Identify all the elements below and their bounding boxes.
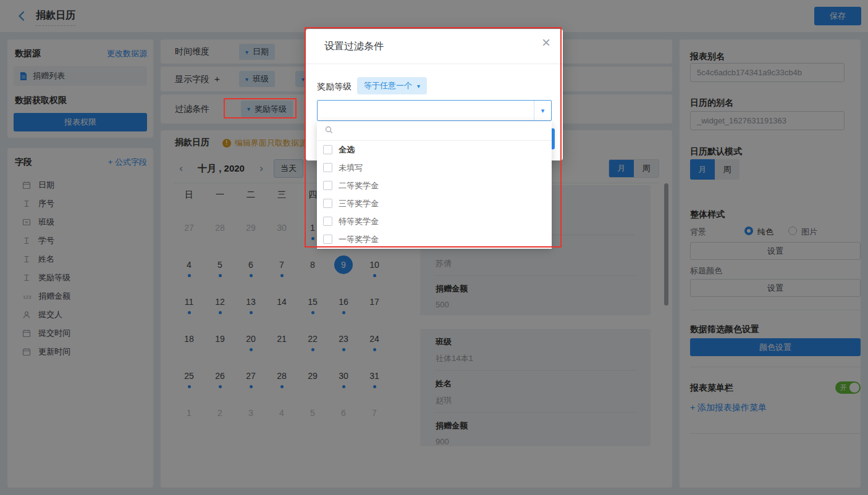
- filter-option-全选[interactable]: 全选: [317, 141, 552, 159]
- option-label: 未填写: [339, 162, 363, 173]
- modal-field-label: 奖励等级: [317, 81, 352, 93]
- checkbox-icon[interactable]: [323, 181, 332, 190]
- checkbox-icon[interactable]: [323, 163, 332, 172]
- operator-value: 等于任意一个: [364, 80, 412, 91]
- filter-option-未填写[interactable]: 未填写: [317, 159, 552, 177]
- modal-title: 设置过滤条件: [324, 40, 384, 53]
- filter-value-select[interactable]: ▾: [317, 100, 552, 121]
- checkbox-icon[interactable]: [323, 235, 332, 244]
- operator-dropdown[interactable]: 等于任意一个▾: [357, 77, 427, 94]
- divider: [306, 64, 563, 64]
- checkbox-icon[interactable]: [323, 145, 332, 154]
- filter-option-特等奖学金[interactable]: 特等奖学金: [317, 212, 552, 230]
- close-icon[interactable]: ×: [542, 35, 550, 50]
- option-label: 特等奖学金: [339, 216, 379, 227]
- filter-options-dropdown: 全选未填写二等奖学金三等奖学金特等奖学金一等奖学金: [317, 122, 552, 249]
- option-label: 一等奖学金: [339, 234, 379, 245]
- option-list: 全选未填写二等奖学金三等奖学金特等奖学金一等奖学金: [317, 141, 552, 248]
- checkbox-icon[interactable]: [323, 199, 332, 208]
- chevron-down-icon: ▾: [534, 101, 551, 120]
- option-search-box[interactable]: [317, 122, 552, 141]
- option-label: 二等奖学金: [339, 180, 379, 191]
- option-label: 全选: [339, 144, 355, 156]
- filter-option-一等奖学金[interactable]: 一等奖学金: [317, 230, 552, 248]
- option-label: 三等奖学金: [339, 198, 379, 209]
- search-icon: [324, 125, 334, 137]
- filter-option-三等奖学金[interactable]: 三等奖学金: [317, 194, 552, 212]
- filter-value-input[interactable]: [318, 101, 534, 120]
- filter-option-二等奖学金[interactable]: 二等奖学金: [317, 177, 552, 194]
- report-editor-page: 捐款日历 保存 数据源 更改数据源 捐赠列表 数据获取权限 报表权限 字段 + …: [0, 0, 868, 495]
- chevron-down-icon: ▾: [417, 83, 420, 89]
- checkbox-icon[interactable]: [323, 217, 332, 226]
